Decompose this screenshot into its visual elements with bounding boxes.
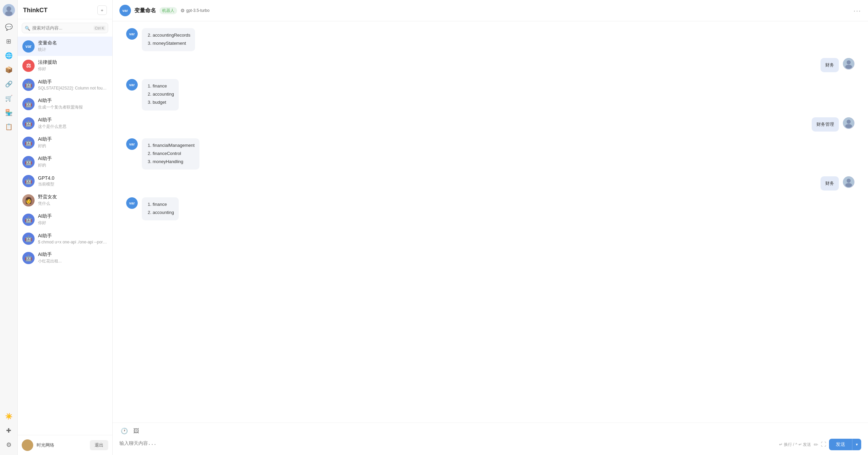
chat-item[interactable]: 🤖AI助手你好	[18, 210, 112, 229]
timer-button[interactable]: 🕐	[119, 426, 129, 436]
chat-preview: 凭什么	[38, 201, 108, 206]
chat-avatar: 🤖	[22, 79, 35, 91]
chat-item[interactable]: 🤖AI助手生成一个复仇者联盟海报	[18, 94, 112, 114]
message-row: varfinanceaccountingbudget	[126, 79, 854, 110]
chat-item[interactable]: var变量命名统计	[18, 37, 112, 56]
list-item: moneyHandling	[153, 158, 195, 165]
input-row: ↵ 换行 / ^ ↵ 发送 ✏ ⛶ 发送 ▾	[119, 439, 861, 450]
chat-info: 法律援助你好	[38, 59, 108, 72]
rail-globe-icon[interactable]: 🌐	[3, 50, 15, 62]
shortcut-hint: ↵ 换行 / ^ ↵ 发送	[779, 442, 811, 448]
chat-item[interactable]: 🤖AI助手$ chmod u+x one-api ./one-api --por…	[18, 229, 112, 248]
chat-item[interactable]: 🤖AI助手好的	[18, 133, 112, 152]
chat-avatar: 🤖	[22, 214, 35, 226]
chat-item[interactable]: ⚖法律援助你好	[18, 56, 112, 75]
chat-avatar: 🤖	[22, 117, 35, 130]
chat-item[interactable]: 🤖AI助手SQLSTATE[42S22]: Column not found:.…	[18, 75, 112, 94]
chat-item[interactable]: 👩野蛮女友凭什么	[18, 191, 112, 210]
message-bubble: accountingRecordsmoneyStatement	[142, 28, 195, 51]
chat-item[interactable]: 🤖AI助手小红花出租...	[18, 248, 112, 268]
model-name: gpt-3.5-turbo	[186, 8, 210, 13]
chat-avatar: 🤖	[22, 137, 35, 149]
sidebar-footer: 时光网络 退出	[18, 435, 112, 455]
search-shortcut: Ctrl K	[94, 26, 106, 31]
chat-name: AI助手	[38, 79, 108, 85]
list-item: financialManagement	[153, 142, 195, 149]
rail-store-icon[interactable]: 🏪	[3, 106, 15, 119]
svg-point-11	[847, 179, 851, 183]
list-item: finance	[153, 82, 174, 90]
chat-name: AI助手	[38, 233, 108, 239]
chat-info: AI助手好的	[38, 136, 108, 149]
svg-point-9	[845, 124, 852, 128]
svg-point-3	[22, 439, 33, 451]
rail-settings-icon[interactable]: ⚙	[3, 439, 15, 451]
chat-item[interactable]: 🤖AI助手好的	[18, 152, 112, 172]
chat-name: AI助手	[38, 117, 108, 123]
chat-item[interactable]: 🤖GPT4.0当前模型	[18, 172, 112, 191]
chat-preview: 当前模型	[38, 181, 108, 187]
bot-avatar: var	[126, 138, 138, 150]
more-options-icon[interactable]: ···	[853, 7, 861, 15]
image-button[interactable]: 🖼	[132, 426, 140, 436]
rail-chat-icon[interactable]: 💬	[3, 21, 15, 33]
rail-plugin-icon[interactable]: ✚	[3, 424, 15, 437]
chat-info: 变量命名统计	[38, 40, 108, 53]
chat-avatar: var	[22, 40, 35, 53]
app-title: ThinkCT	[23, 7, 47, 14]
chat-item[interactable]: 🤖AI助手这个是什么意思	[18, 114, 112, 133]
chat-info: AI助手$ chmod u+x one-api ./one-api --port…	[38, 233, 108, 244]
message-bubble: 财务	[821, 58, 839, 72]
user-avatar-msg	[843, 58, 854, 70]
input-toolbar: 🕐 🖼	[119, 426, 861, 436]
chat-preview: 小红花出租...	[38, 258, 108, 264]
chat-input-area: 🕐 🖼 ↵ 换行 / ^ ↵ 发送 ✏ ⛶ 发送 ▾	[113, 422, 868, 455]
chat-name: AI助手	[38, 136, 108, 142]
chat-info: AI助手生成一个复仇者联盟海报	[38, 98, 108, 110]
messages-area: varaccountingRecordsmoneyStatement财务varf…	[113, 21, 868, 422]
chat-preview: SQLSTATE[42S22]: Column not found:...	[38, 86, 108, 91]
send-button[interactable]: 发送	[829, 439, 852, 450]
message-row: 财务	[126, 176, 854, 191]
list-item: accounting	[153, 91, 174, 98]
chat-info: AI助手好的	[38, 156, 108, 168]
user-avatar-rail[interactable]	[3, 4, 15, 16]
svg-point-5	[847, 60, 851, 64]
message-row: varfinancialManagementfinanceControlmone…	[126, 138, 854, 170]
new-chat-button[interactable]: +	[97, 5, 107, 15]
send-dropdown[interactable]: ▾	[852, 439, 861, 450]
edit-button[interactable]: ✏	[814, 441, 818, 448]
chat-avatar: 👩	[22, 194, 35, 206]
rail-cart-icon[interactable]: 🛒	[3, 92, 15, 104]
chat-input[interactable]	[119, 440, 776, 449]
logout-button[interactable]: 退出	[90, 440, 108, 450]
chat-preview: 你好	[38, 220, 108, 226]
send-group: 发送 ▾	[829, 439, 861, 450]
expand-button[interactable]: ⛶	[821, 441, 826, 448]
svg-point-8	[847, 120, 851, 124]
rail-theme-icon[interactable]: ☀️	[3, 410, 15, 422]
chat-name: AI助手	[38, 252, 108, 258]
rail-share-icon[interactable]: 🔗	[3, 78, 15, 90]
chat-name: 野蛮女友	[38, 194, 108, 200]
chat-avatar: ⚖	[22, 60, 35, 72]
chat-list: var变量命名统计⚖法律援助你好🤖AI助手SQLSTATE[42S22]: Co…	[18, 37, 112, 435]
message-bubble: 财务	[821, 176, 839, 191]
rail-doc-icon[interactable]: 📋	[3, 121, 15, 133]
search-box: 🔍 Ctrl K	[22, 23, 108, 33]
rail-grid-icon[interactable]: ⊞	[3, 35, 15, 47]
message-bubble: financeaccountingbudget	[142, 79, 179, 110]
chat-header: var 变量命名 机器人 ⚙ gpt-3.5-turbo ···	[113, 0, 868, 21]
header-title: 变量命名	[134, 7, 156, 14]
message-row: varaccountingRecordsmoneyStatement	[126, 28, 854, 51]
rail-box-icon[interactable]: 📦	[3, 64, 15, 76]
user-avatar-msg	[843, 176, 854, 188]
user-avatar-msg	[843, 117, 854, 129]
search-icon: 🔍	[25, 25, 30, 31]
chat-preview: 统计	[38, 47, 108, 53]
footer-avatar	[22, 439, 33, 451]
chat-info: AI助手SQLSTATE[42S22]: Column not found:..…	[38, 79, 108, 91]
bot-avatar: var	[126, 197, 138, 209]
message-row: 财务管理	[126, 117, 854, 132]
chat-avatar: 🤖	[22, 156, 35, 168]
